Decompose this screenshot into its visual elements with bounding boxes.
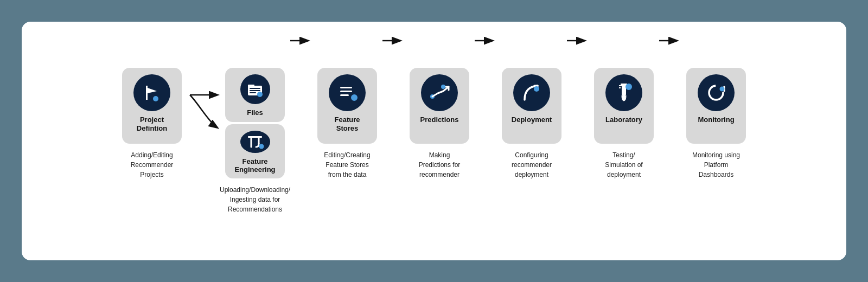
svg-rect-7 <box>250 90 260 91</box>
svg-point-33 <box>626 84 632 90</box>
svg-point-19 <box>351 94 358 101</box>
step-box-project-definition[interactable]: Project Defintion <box>122 68 182 144</box>
svg-rect-18 <box>340 94 349 96</box>
svg-rect-5 <box>248 85 254 87</box>
double-step-group: Files Feature <box>220 68 290 214</box>
step-box-monitoring[interactable]: Monitoring <box>686 68 746 144</box>
step-desc-monitoring: Monitoring using Platform Dashboards <box>692 150 740 180</box>
arrow-6 <box>659 35 681 48</box>
svg-point-26 <box>534 86 539 92</box>
step-label-feature-engineering: Feature Engineering <box>234 157 275 174</box>
step-group-predictions: Predictions Making Predictions for recom… <box>404 68 475 180</box>
arrow-3 <box>382 35 404 48</box>
step-box-feature-stores[interactable]: Feature Stores <box>317 68 377 144</box>
step-label-project-definition: Project Defintion <box>137 116 167 132</box>
icon-predictions <box>421 74 458 111</box>
svg-point-23 <box>441 85 445 89</box>
step-box-feature-engineering[interactable]: Feature Engineering <box>225 124 285 178</box>
step-group-deployment: Deployment Configuring recommender deplo… <box>496 68 567 180</box>
step-group-monitoring: Monitoring Monitoring using Platform Das… <box>681 68 751 180</box>
step-group-feature-stores: Feature Stores Editing/Creating Feature … <box>312 68 382 180</box>
step-group-project-definition: Project Defintion Adding/Editing Recomme… <box>117 68 187 180</box>
svg-rect-6 <box>250 88 260 89</box>
icon-monitoring <box>698 74 735 111</box>
step-label-predictions: Predictions <box>420 116 459 124</box>
step-box-laboratory[interactable]: Laboratory <box>594 68 654 144</box>
step-desc-feature-stores: Editing/Creating Feature Stores from the… <box>324 150 370 180</box>
step-label-feature-stores: Feature Stores <box>335 116 360 132</box>
step-desc-deployment: Configuring recommender deployment <box>512 150 552 180</box>
svg-point-37 <box>720 87 725 92</box>
svg-rect-8 <box>250 92 256 93</box>
svg-rect-16 <box>340 87 352 88</box>
step-label-monitoring: Monitoring <box>698 116 734 124</box>
arrow-2 <box>290 35 312 48</box>
step-desc-laboratory: Testing/ Simulation of deployment <box>605 150 642 180</box>
flow-container: Project Defintion Adding/Editing Recomme… <box>38 68 830 214</box>
icon-feature-engineering <box>240 131 270 153</box>
step-label-laboratory: Laboratory <box>605 116 642 124</box>
icon-files <box>240 74 270 104</box>
arrow-4 <box>475 35 496 48</box>
svg-point-1 <box>153 96 158 101</box>
icon-project-definition <box>133 74 170 111</box>
step-label-files: Files <box>247 108 263 117</box>
icon-feature-stores <box>329 74 366 111</box>
icon-laboratory <box>605 74 642 111</box>
step-box-predictions[interactable]: Predictions <box>410 68 469 144</box>
svg-point-13 <box>259 144 264 149</box>
arrow-5 <box>567 35 589 48</box>
step-desc-project-definition: Adding/Editing Recommender Projects <box>131 150 174 180</box>
main-card: Project Defintion Adding/Editing Recomme… <box>22 22 846 260</box>
step-group-laboratory: Laboratory Testing/ Simulation of deploy… <box>589 68 659 180</box>
step-desc-predictions: Making Predictions for recommender <box>419 150 461 180</box>
step-label-deployment: Deployment <box>512 116 552 124</box>
step-desc-files-fe: Uploading/Downloading/ Ingesting data fo… <box>220 185 290 214</box>
svg-rect-10 <box>248 136 262 138</box>
svg-point-9 <box>257 92 263 97</box>
step-box-files[interactable]: Files <box>225 68 285 122</box>
icon-deployment <box>513 74 550 111</box>
step-box-deployment[interactable]: Deployment <box>502 68 561 144</box>
svg-rect-17 <box>340 91 352 92</box>
arrow-1 <box>187 73 220 149</box>
